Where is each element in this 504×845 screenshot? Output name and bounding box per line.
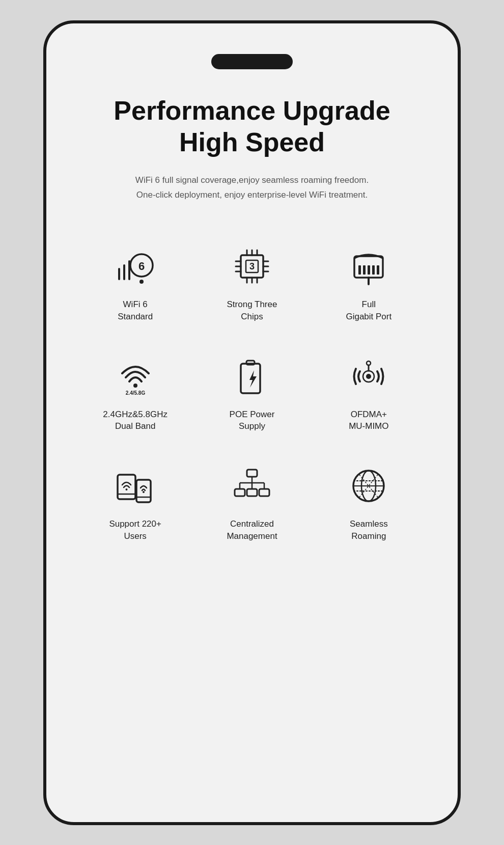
feature-users: Support 220+Users <box>77 448 193 553</box>
svg-point-41 <box>143 491 145 493</box>
svg-rect-26 <box>377 265 379 275</box>
svg-rect-24 <box>368 265 370 275</box>
feature-threechips-label: Strong ThreeChips <box>227 298 277 323</box>
feature-wifi6: 6 WiFi 6Standard <box>77 228 193 333</box>
svg-point-28 <box>133 384 137 388</box>
wifi6-icon: 6 <box>113 243 158 289</box>
feature-ofdma-label: OFDMA+MU-MIMO <box>349 408 388 433</box>
feature-threechips: 3 <box>193 228 310 333</box>
svg-text:3: 3 <box>249 261 255 271</box>
svg-rect-23 <box>363 265 366 275</box>
svg-rect-36 <box>118 475 135 499</box>
ofdma-icon <box>346 353 391 399</box>
svg-rect-22 <box>358 265 361 275</box>
svg-rect-50 <box>259 489 269 496</box>
svg-point-35 <box>367 361 371 365</box>
feature-roaming: SeamlessRoaming <box>311 448 427 553</box>
hero-title: Performance UpgradeHigh Speed <box>114 95 390 158</box>
gigabit-icon <box>346 243 391 289</box>
svg-rect-31 <box>246 361 255 365</box>
feature-roaming-label: SeamlessRoaming <box>350 518 388 542</box>
hero-subtitle: WiFi 6 full signal coverage,enjoy seamle… <box>135 173 369 203</box>
poe-icon <box>229 353 275 399</box>
svg-point-5 <box>139 280 144 284</box>
feature-poe: POE PowerSupply <box>193 338 310 443</box>
svg-rect-42 <box>247 470 257 477</box>
chips-icon: 3 <box>229 243 275 289</box>
feature-management: CentralizedManagement <box>193 448 310 553</box>
phone-notch <box>211 54 293 69</box>
svg-rect-49 <box>247 489 257 496</box>
feature-management-label: CentralizedManagement <box>227 518 277 542</box>
feature-dualband: 2.4/5.8G 2.4GHz&5.8GHzDual Band <box>77 338 193 443</box>
feature-wifi6-label: WiFi 6Standard <box>118 298 153 323</box>
feature-dualband-label: 2.4GHz&5.8GHzDual Band <box>103 408 167 433</box>
feature-ofdma: OFDMA+MU-MIMO <box>311 338 427 443</box>
svg-text:6: 6 <box>138 260 145 272</box>
feature-poe-label: POE PowerSupply <box>230 408 275 433</box>
phone-frame: Performance UpgradeHigh Speed WiFi 6 ful… <box>43 20 461 825</box>
features-grid: 6 WiFi 6Standard 3 <box>77 228 427 553</box>
svg-point-32 <box>366 374 371 379</box>
roaming-icon <box>346 463 391 509</box>
management-icon <box>229 463 275 509</box>
users-icon <box>113 463 158 509</box>
dualband-icon: 2.4/5.8G <box>113 353 158 399</box>
feature-users-label: Support 220+Users <box>109 518 161 542</box>
svg-text:2.4/5.8G: 2.4/5.8G <box>125 390 145 396</box>
feature-gigabit-label: FullGigabit Port <box>346 298 391 323</box>
svg-rect-48 <box>235 489 245 496</box>
svg-rect-25 <box>372 265 375 275</box>
svg-point-38 <box>125 488 127 490</box>
feature-gigabit: FullGigabit Port <box>311 228 427 333</box>
